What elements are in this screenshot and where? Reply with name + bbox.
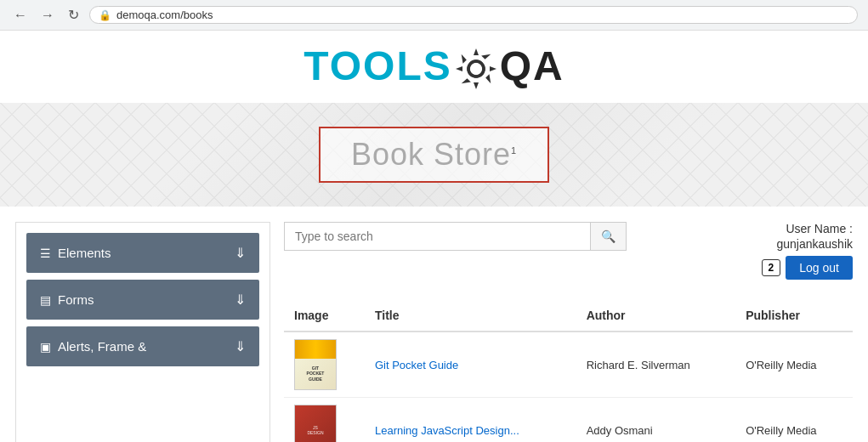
book-cover-cell-2: JSDESIGN xyxy=(284,398,365,442)
user-name: gunjankaushik xyxy=(762,237,853,251)
main-layout: ☰ Elements ⇓ ▤ Forms ⇓ ▣ Alerts, Frame &… xyxy=(0,207,868,442)
banner-superscript: 1 xyxy=(511,145,517,156)
search-button[interactable]: 🔍 xyxy=(590,222,627,251)
download-icon-elements: ⇓ xyxy=(235,245,246,261)
download-icon-alerts: ⇓ xyxy=(235,338,246,354)
sidebar-item-forms[interactable]: ▤ Forms ⇓ xyxy=(26,280,259,320)
download-icon-forms: ⇓ xyxy=(235,292,246,308)
logo-area: TOOLS QA xyxy=(0,31,868,103)
user-info-area: User Name : gunjankaushik 2 Log out xyxy=(762,222,853,280)
sidebar-item-forms-label: Forms xyxy=(58,292,94,307)
book-publisher-cell: O'Reilly Media xyxy=(735,332,853,398)
hamburger-icon: ☰ xyxy=(40,246,51,260)
banner-title: Book Store1 xyxy=(351,137,517,172)
sidebar-item-alerts[interactable]: ▣ Alerts, Frame & ⇓ xyxy=(26,326,259,366)
search-input[interactable] xyxy=(284,222,590,251)
sidebar-item-elements-label: Elements xyxy=(58,246,111,260)
page-content: TOOLS QA Book Store xyxy=(0,31,868,442)
search-icon: 🔍 xyxy=(601,230,616,243)
col-publisher: Publisher xyxy=(735,300,853,332)
books-table: Image Title Author Publisher GITPOCKETGU… xyxy=(284,300,853,442)
logo-qa: QA xyxy=(500,43,564,88)
sidebar: ☰ Elements ⇓ ▤ Forms ⇓ ▣ Alerts, Frame &… xyxy=(15,222,270,442)
book-author-cell: Richard E. Silverman xyxy=(576,332,735,398)
book-cover-js: JSDESIGN xyxy=(294,405,337,442)
table-row: JSDESIGN Learning JavaScript Design... A… xyxy=(284,398,853,442)
search-row: 🔍 xyxy=(284,222,627,251)
book-title-cell[interactable]: Git Pocket Guide xyxy=(365,332,576,398)
back-button[interactable]: ← xyxy=(10,6,31,25)
reload-button[interactable]: ↻ xyxy=(65,5,82,25)
table-body: GITPOCKETGUIDE Git Pocket Guide Richard … xyxy=(284,332,853,442)
book-publisher-cell-2: O'Reilly Media xyxy=(735,398,853,442)
top-header-row: 🔍 User Name : gunjankaushik 2 Log out xyxy=(284,222,853,292)
book-author-cell-2: Addy Osmani xyxy=(576,398,735,442)
lock-icon: 🔒 xyxy=(99,9,111,21)
book-cover-cell: GITPOCKETGUIDE xyxy=(284,332,365,398)
logo: TOOLS QA xyxy=(304,46,564,91)
book-cover-git: GITPOCKETGUIDE xyxy=(294,339,337,390)
browser-chrome: ← → ↻ 🔒 demoqa.com/books xyxy=(0,0,868,31)
alerts-icon: ▣ xyxy=(40,340,51,354)
sidebar-item-elements[interactable]: ☰ Elements ⇓ xyxy=(26,233,259,273)
banner: Book Store1 xyxy=(0,103,868,207)
user-actions: 2 Log out xyxy=(762,256,853,280)
book-title-link-2[interactable]: Learning JavaScript Design... xyxy=(375,424,519,437)
logo-tools: TOOLS xyxy=(304,43,451,88)
user-label: User Name : xyxy=(762,222,853,235)
table-header: Image Title Author Publisher xyxy=(284,300,853,332)
logout-button[interactable]: Log out xyxy=(786,256,853,280)
right-panel: 🔍 User Name : gunjankaushik 2 Log out xyxy=(284,222,853,442)
forward-button[interactable]: → xyxy=(37,6,58,25)
url-text: demoqa.com/books xyxy=(116,8,213,21)
table-row: GITPOCKETGUIDE Git Pocket Guide Richard … xyxy=(284,332,853,398)
gear-icon xyxy=(454,47,498,91)
address-bar[interactable]: 🔒 demoqa.com/books xyxy=(89,6,858,24)
col-author: Author xyxy=(576,300,735,332)
badge: 2 xyxy=(762,259,781,276)
book-title-cell-2[interactable]: Learning JavaScript Design... xyxy=(365,398,576,442)
book-title-link[interactable]: Git Pocket Guide xyxy=(375,359,458,371)
col-title: Title xyxy=(365,300,576,332)
svg-point-2 xyxy=(471,65,480,74)
banner-title-box: Book Store1 xyxy=(319,127,549,183)
col-image: Image xyxy=(284,300,365,332)
forms-icon: ▤ xyxy=(40,293,51,307)
sidebar-item-alerts-label: Alerts, Frame & xyxy=(58,339,146,354)
